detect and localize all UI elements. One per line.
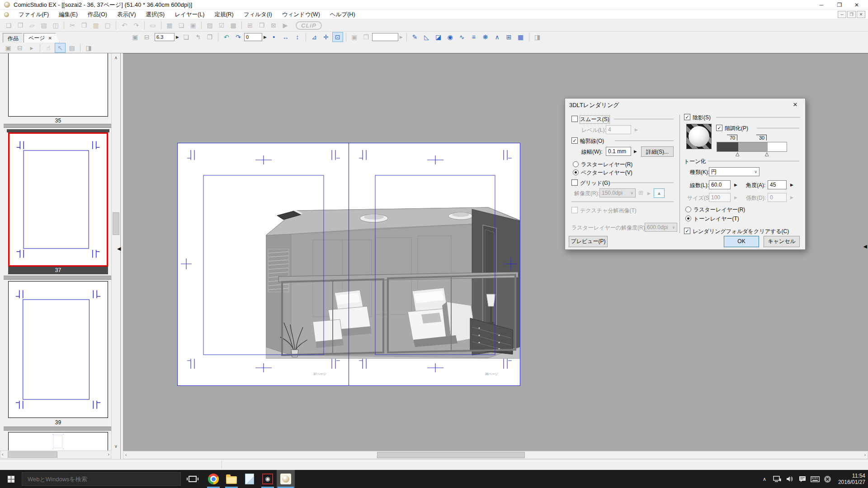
canvas-horizontal-scrollbar[interactable]: ‹ › (123, 451, 868, 459)
clear-folder-checkbox[interactable]: ✓ (684, 228, 690, 234)
scroll-right-icon[interactable]: › (864, 452, 866, 457)
zoom-input[interactable] (155, 33, 175, 41)
new-story-icon[interactable]: ❐ (15, 20, 26, 30)
redo-icon[interactable]: ↷ (131, 20, 142, 30)
open-icon[interactable]: ▱ (27, 20, 38, 30)
taskbar-notepad[interactable] (241, 470, 259, 488)
menu-story[interactable]: 作品(O) (84, 10, 111, 19)
snap-guide-icon[interactable]: ⊡ (332, 32, 343, 42)
panel-toggle-icon[interactable]: ◨ (532, 32, 543, 42)
ime-message-icon[interactable] (797, 470, 807, 488)
rotation-spin-icon[interactable]: ▶ (264, 35, 267, 39)
menu-layer[interactable]: レイヤー(L) (170, 10, 208, 19)
cut-icon[interactable]: ✂ (67, 20, 78, 30)
hand-tool-icon[interactable]: ☝ (43, 43, 54, 53)
curve-ruler-icon[interactable]: ∿ (457, 32, 467, 42)
scrollbar-thumb[interactable] (377, 452, 525, 458)
preview-button[interactable]: プレビュー(P) (569, 236, 608, 247)
select-prev-icon[interactable]: ▣ (349, 32, 360, 42)
rotate-ccw-icon[interactable]: ↶ (221, 32, 232, 42)
rotation-input[interactable] (244, 33, 262, 41)
fit-page-icon[interactable]: ❏ (181, 32, 192, 42)
restore-button[interactable]: ❐ (832, 0, 847, 10)
line-width-input[interactable] (606, 147, 631, 156)
dialog-close-icon[interactable]: ✕ (785, 99, 805, 111)
scroll-up-icon[interactable]: ∧ (112, 55, 120, 60)
page-thumbnail-next[interactable] (8, 432, 108, 450)
play-icon[interactable]: ▶ (280, 20, 291, 30)
layout-icon[interactable]: ▧ (204, 20, 215, 30)
keyboard-icon[interactable] (810, 470, 820, 488)
caption-list-icon[interactable]: ▤ (66, 43, 77, 53)
selection-input[interactable] (372, 33, 398, 41)
rotate-cw-icon[interactable]: ↷ (233, 32, 244, 42)
menu-filter[interactable]: フィルタ(I) (240, 10, 276, 19)
mdi-close-button[interactable]: ✕ (857, 11, 865, 18)
pen-ruler-icon[interactable]: ✎ (410, 32, 420, 42)
menu-window[interactable]: ウィンドウ(W) (278, 10, 324, 19)
outline-checkbox[interactable]: ✓ (571, 137, 578, 144)
shading-sphere-preview[interactable] (686, 124, 712, 149)
status-x-icon[interactable] (823, 470, 833, 488)
grid-ruler-icon[interactable]: ⊞ (504, 32, 514, 42)
scroll-right-icon[interactable]: › (108, 452, 109, 457)
print-icon[interactable]: ▭ (147, 20, 158, 30)
checklist-icon[interactable]: ☑ (216, 20, 227, 30)
more-icon[interactable]: ▸ (26, 43, 37, 53)
detail-button[interactable]: 詳細(S)... (641, 146, 674, 157)
gradient-slider-2[interactable]: △ (765, 151, 769, 157)
line-width-spin-icon[interactable]: ▶ (634, 149, 637, 154)
vector-layer-radio[interactable] (573, 169, 579, 175)
scrollbar-thumb[interactable] (113, 212, 119, 235)
page-list-horizontal-scrollbar[interactable]: ‹ › (0, 450, 111, 459)
tone-raster-radio[interactable] (685, 206, 691, 212)
select-tool-icon[interactable]: ↖ (55, 43, 66, 53)
save-all-icon[interactable]: ◫ (50, 20, 61, 30)
taskbar-image-tool[interactable]: ◉ (259, 470, 277, 488)
parallel-ruler-icon[interactable]: ≡ (468, 32, 479, 42)
tab-close-icon[interactable]: ✕ (48, 36, 52, 41)
zoom-spin-icon[interactable]: ▶ (176, 35, 179, 39)
mdi-restore-button[interactable]: ❐ (847, 11, 856, 18)
page-feed-icon[interactable]: ▣ (3, 43, 14, 53)
workspace-icon[interactable]: ⊞ (245, 20, 255, 30)
lines-input[interactable] (709, 180, 731, 189)
smooth-checkbox[interactable] (571, 116, 578, 122)
compass-icon[interactable]: ◉ (445, 32, 456, 42)
page-info-icon[interactable]: ❐ (204, 32, 215, 42)
undo-icon[interactable]: ↶ (119, 20, 130, 30)
lines-spin-icon[interactable]: ▶ (734, 183, 737, 187)
set-square-icon[interactable]: ◺ (421, 32, 432, 42)
taskbar-search[interactable] (22, 472, 181, 486)
copy-icon[interactable]: ❐ (79, 20, 90, 30)
taskbar-explorer[interactable] (222, 470, 241, 488)
delete-icon[interactable]: ▢ (102, 20, 113, 30)
tone-layer-radio[interactable] (685, 216, 691, 221)
task-view-button[interactable] (184, 470, 202, 488)
taskbar-comicstudio[interactable] (277, 470, 295, 488)
menu-help[interactable]: ヘルプ(H) (326, 10, 359, 19)
window-icon[interactable]: ❐ (256, 20, 267, 30)
collapse-icon[interactable]: ⊟ (14, 43, 25, 53)
taskbar-clock[interactable]: 11:54 2016/01/27 (835, 473, 865, 485)
minimize-button[interactable]: ─ (814, 0, 829, 10)
scrollbar-thumb[interactable] (8, 451, 57, 458)
snap-cross-icon[interactable]: ✛ (321, 32, 331, 42)
ok-button[interactable]: OK (724, 236, 759, 247)
volume-icon[interactable] (785, 470, 795, 488)
cancel-button[interactable]: キャンセル (764, 236, 800, 247)
page-file-icon[interactable]: ❏ (176, 20, 187, 30)
menu-edit[interactable]: 編集(E) (55, 10, 82, 19)
flip-h-icon[interactable]: ↔ (280, 32, 291, 42)
rotate-page-icon[interactable]: ↰ (193, 32, 203, 42)
menu-select[interactable]: 選択(S) (142, 10, 169, 19)
taskbar-chrome[interactable] (204, 470, 222, 488)
page-thumbnail-37[interactable] (8, 132, 108, 267)
mdi-minimize-button[interactable]: ─ (838, 11, 846, 18)
network-icon[interactable] (772, 470, 782, 488)
panel-collapse-handle[interactable]: ◀ (117, 243, 123, 254)
grid-checkbox[interactable] (571, 179, 578, 186)
raster-layer-radio[interactable] (573, 161, 579, 167)
posterize-checkbox[interactable]: ✓ (716, 125, 722, 131)
page-thumbnail-39[interactable] (8, 281, 108, 418)
